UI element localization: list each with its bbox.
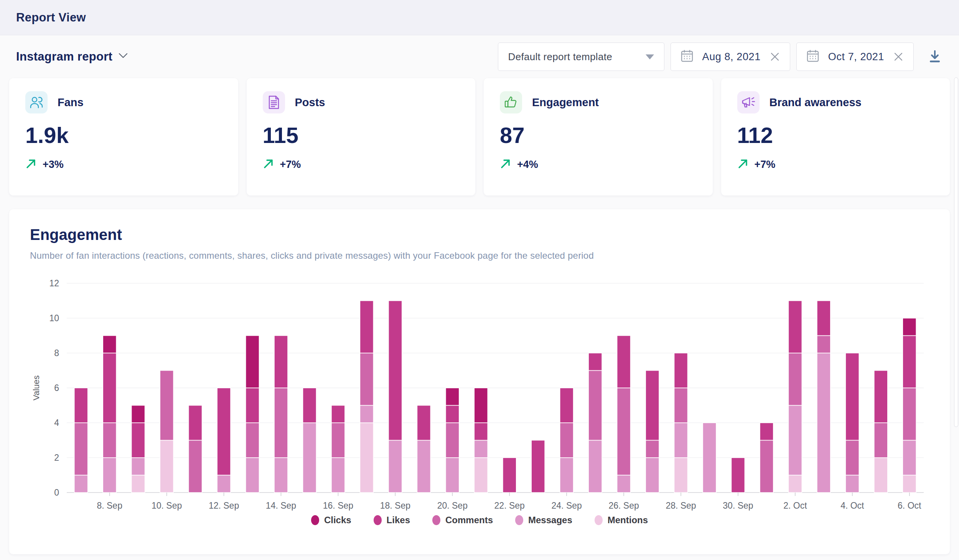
legend-dot-likes-icon xyxy=(374,515,382,525)
report-selector-dropdown[interactable]: Instagram report xyxy=(16,50,128,64)
download-report-button[interactable] xyxy=(928,49,942,65)
kpi-card-posts: Posts 115 +7% xyxy=(247,78,476,195)
svg-text:22. Sep: 22. Sep xyxy=(494,501,525,511)
trend-up-arrow-icon xyxy=(737,158,749,171)
svg-text:10: 10 xyxy=(49,313,59,323)
svg-text:12: 12 xyxy=(49,278,59,288)
kpi-trend-value: +3% xyxy=(43,159,64,171)
date-from-clear-button[interactable] xyxy=(770,52,780,62)
svg-text:4: 4 xyxy=(54,418,59,428)
svg-text:28. Sep: 28. Sep xyxy=(666,501,696,511)
toolbar-controls: Default report template Aug 8, 2021 xyxy=(498,43,942,71)
legend-item-messages[interactable]: Messages xyxy=(515,515,572,526)
thumbs-up-icon xyxy=(500,91,522,113)
megaphone-icon xyxy=(737,91,760,113)
svg-text:20. Sep: 20. Sep xyxy=(437,501,468,511)
svg-text:Values: Values xyxy=(31,375,41,401)
caret-down-icon xyxy=(646,54,654,59)
legend-dot-mentions-icon xyxy=(595,515,603,525)
legend-item-mentions[interactable]: Mentions xyxy=(595,515,648,526)
people-icon xyxy=(25,91,48,113)
kpi-card-brand-awareness: Brand awareness 112 +7% xyxy=(721,78,950,195)
date-to-picker[interactable]: Oct 7, 2021 xyxy=(796,43,914,71)
legend-item-clicks[interactable]: Clicks xyxy=(311,515,351,526)
calendar-icon xyxy=(807,49,819,64)
template-select-value: Default report template xyxy=(508,51,612,63)
kpi-label: Brand awareness xyxy=(770,96,862,109)
legend-label: Comments xyxy=(445,515,493,526)
document-icon xyxy=(263,91,285,113)
kpi-label: Engagement xyxy=(532,96,599,109)
template-select[interactable]: Default report template xyxy=(498,43,664,71)
legend-dot-messages-icon xyxy=(515,515,523,525)
download-icon xyxy=(928,49,942,65)
date-to-value: Oct 7, 2021 xyxy=(828,51,884,63)
engagement-chart-card: Engagement Number of fan interactions (r… xyxy=(9,209,950,554)
svg-text:14. Sep: 14. Sep xyxy=(266,501,296,511)
svg-text:4. Oct: 4. Oct xyxy=(840,501,864,511)
kpi-card-engagement: Engagement 87 +4% xyxy=(484,78,713,195)
legend-label: Messages xyxy=(528,515,572,526)
trend-up-arrow-icon xyxy=(500,158,511,171)
kpi-value: 112 xyxy=(737,124,934,146)
kpi-value: 115 xyxy=(263,124,460,146)
kpi-value: 87 xyxy=(500,124,697,146)
kpi-value: 1.9k xyxy=(25,124,222,146)
app-header: Report View xyxy=(0,0,959,35)
svg-text:0: 0 xyxy=(54,488,59,498)
legend-item-likes[interactable]: Likes xyxy=(374,515,410,526)
svg-text:2: 2 xyxy=(54,453,59,463)
legend-label: Likes xyxy=(387,515,410,526)
report-selector-label: Instagram report xyxy=(16,50,112,64)
svg-text:30. Sep: 30. Sep xyxy=(723,501,753,511)
svg-text:24. Sep: 24. Sep xyxy=(552,501,582,511)
svg-text:26. Sep: 26. Sep xyxy=(608,501,639,511)
kpi-cards-row: Fans 1.9k +3% Posts 115 xyxy=(9,78,950,195)
chart-description: Number of fan interactions (reactions, c… xyxy=(30,250,929,261)
svg-text:8. Sep: 8. Sep xyxy=(97,501,122,511)
svg-text:8: 8 xyxy=(54,348,59,358)
date-from-picker[interactable]: Aug 8, 2021 xyxy=(671,43,790,71)
legend-label: Clicks xyxy=(324,515,351,526)
legend-label: Mentions xyxy=(608,515,648,526)
kpi-trend-value: +4% xyxy=(517,159,538,171)
date-from-value: Aug 8, 2021 xyxy=(702,51,761,63)
page-title: Report View xyxy=(16,11,86,25)
trend-up-arrow-icon xyxy=(25,158,37,171)
legend-item-comments[interactable]: Comments xyxy=(432,515,493,526)
legend-dot-comments-icon xyxy=(432,515,440,525)
svg-text:16. Sep: 16. Sep xyxy=(323,501,353,511)
calendar-icon xyxy=(681,49,693,64)
svg-text:6. Oct: 6. Oct xyxy=(898,501,921,511)
page-scrollbar[interactable] xyxy=(954,77,958,427)
kpi-trend-value: +7% xyxy=(755,159,776,171)
engagement-stacked-bar-chart: 024681012Values8. Sep10. Sep12. Sep14. S… xyxy=(30,275,929,514)
svg-text:18. Sep: 18. Sep xyxy=(380,501,410,511)
kpi-card-fans: Fans 1.9k +3% xyxy=(9,78,238,195)
svg-text:12. Sep: 12. Sep xyxy=(209,501,239,511)
legend-dot-clicks-icon xyxy=(311,515,319,525)
kpi-label: Posts xyxy=(295,96,325,109)
kpi-label: Fans xyxy=(58,96,84,109)
trend-up-arrow-icon xyxy=(263,158,274,171)
date-to-clear-button[interactable] xyxy=(893,52,903,62)
chart-title: Engagement xyxy=(30,226,929,243)
chevron-down-icon xyxy=(119,53,128,61)
svg-text:6: 6 xyxy=(54,383,59,393)
kpi-trend-value: +7% xyxy=(280,159,301,171)
svg-text:2. Oct: 2. Oct xyxy=(783,501,807,511)
chart-legend: ClicksLikesCommentsMessagesMentions xyxy=(30,515,929,526)
svg-text:10. Sep: 10. Sep xyxy=(152,501,182,511)
report-toolbar: Instagram report Default report template… xyxy=(0,35,959,78)
